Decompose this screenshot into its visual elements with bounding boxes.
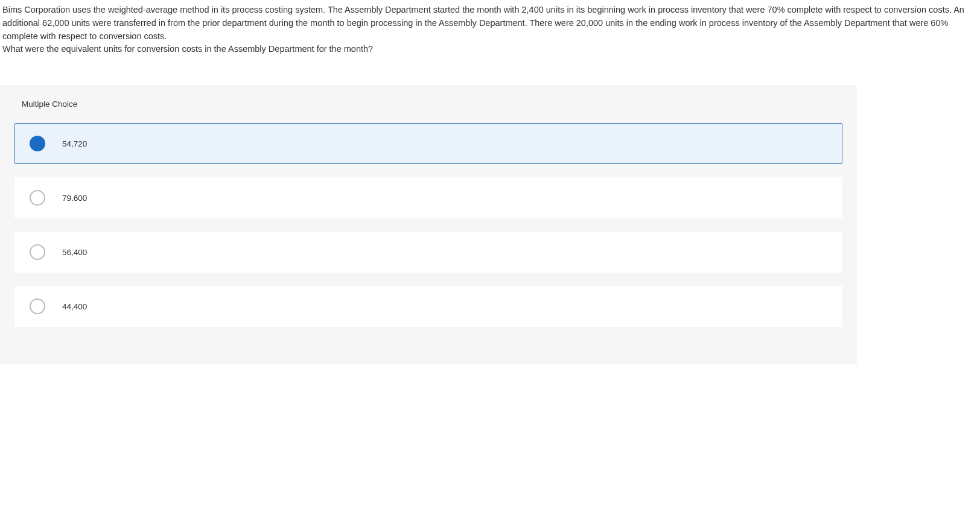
- radio-icon: [30, 190, 45, 206]
- option-0[interactable]: 54,720: [14, 123, 842, 164]
- option-label: 44,400: [62, 302, 87, 311]
- question-prompt: Bims Corporation uses the weighted-avera…: [0, 0, 980, 56]
- option-1[interactable]: 79,600: [14, 177, 842, 218]
- question-prompt-text: Bims Corporation uses the weighted-avera…: [2, 5, 964, 41]
- option-label: 54,720: [62, 139, 87, 148]
- option-3[interactable]: 44,400: [14, 286, 842, 327]
- option-label: 79,600: [62, 194, 87, 203]
- question-sub-prompt-text: What were the equivalent units for conve…: [2, 44, 373, 54]
- option-label: 56,400: [62, 248, 87, 257]
- radio-icon: [30, 299, 45, 314]
- options-list: 54,720 79,600 56,400 44,400: [0, 123, 857, 327]
- radio-icon: [30, 244, 45, 260]
- radio-icon: [30, 136, 45, 151]
- section-header: Multiple Choice: [0, 85, 857, 123]
- answer-section: Multiple Choice 54,720 79,600 56,400 44,…: [0, 85, 857, 364]
- option-2[interactable]: 56,400: [14, 232, 842, 273]
